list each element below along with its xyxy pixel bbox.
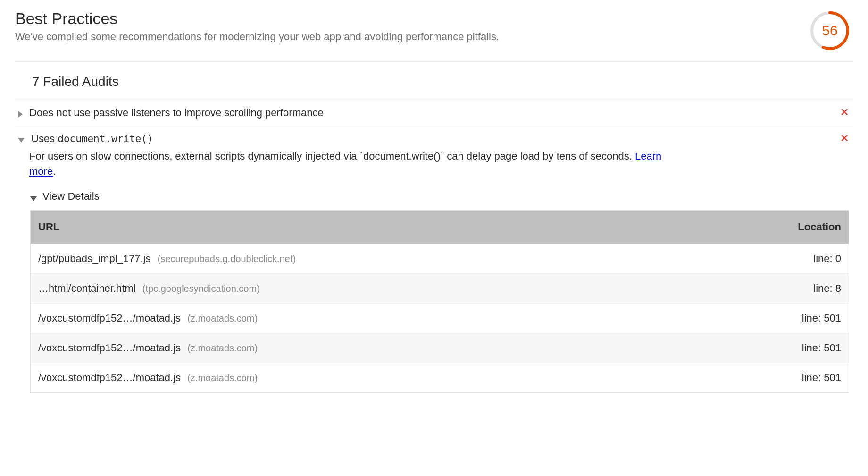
audit-description: For users on slow connections, external … [29, 149, 671, 179]
table-row: /voxcustomdfp152…/moatad.js (z.moatads.c… [31, 333, 849, 363]
cell-location: line: 8 [756, 282, 841, 295]
panel-header: Best Practices We've compiled some recom… [15, 9, 853, 62]
url-path: /voxcustomdfp152…/moatad.js [38, 342, 181, 354]
audit-title-text: Uses [31, 133, 58, 144]
audit-desc-text: For users on slow connections, external … [29, 150, 635, 162]
audit-status-fail: ✕ [835, 133, 849, 144]
cell-url: /voxcustomdfp152…/moatad.js (z.moatads.c… [38, 312, 756, 324]
table-row: …html/container.html (tpc.googlesyndicat… [31, 273, 849, 303]
cell-location: line: 501 [756, 372, 841, 384]
close-icon: ✕ [840, 106, 849, 119]
table-header-row: URL Location [31, 211, 849, 244]
url-path: /gpt/pubads_impl_177.js [38, 253, 151, 264]
score-value: 56 [810, 10, 850, 51]
url-domain: (tpc.googlesyndication.com) [142, 283, 260, 294]
audit-toggle[interactable]: Uses document.write() ✕ [15, 133, 849, 145]
url-domain: (z.moatads.com) [187, 373, 258, 383]
audit-item: Does not use passive listeners to improv… [15, 100, 853, 126]
cell-url: /voxcustomdfp152…/moatad.js (z.moatads.c… [38, 372, 756, 384]
cell-url: …html/container.html (tpc.googlesyndicat… [38, 282, 756, 295]
audit-item: Uses document.write() ✕ For users on slo… [15, 126, 853, 400]
cell-url: /gpt/pubads_impl_177.js (securepubads.g.… [38, 253, 756, 265]
col-header-url: URL [38, 221, 756, 233]
url-domain: (z.moatads.com) [187, 313, 258, 323]
col-header-location: Location [756, 221, 841, 233]
url-path: …html/container.html [38, 282, 136, 294]
score-gauge: 56 [810, 10, 850, 51]
audit-title-code: document.write() [58, 133, 153, 144]
audit-toggle[interactable]: Does not use passive listeners to improv… [15, 107, 849, 119]
audit-title: Uses document.write() [31, 133, 835, 145]
audit-title: Does not use passive listeners to improv… [29, 107, 835, 119]
panel-subtitle: We've compiled some recommendations for … [15, 31, 810, 43]
url-domain: (securepubads.g.doubleclick.net) [158, 254, 296, 264]
chevron-right-icon [18, 111, 23, 118]
audit-status-fail: ✕ [835, 107, 849, 119]
details-table: URL Location /gpt/pubads_impl_177.js (se… [30, 210, 849, 393]
cell-url: /voxcustomdfp152…/moatad.js (z.moatads.c… [38, 342, 756, 354]
url-domain: (z.moatads.com) [187, 343, 258, 353]
audit-panel: Best Practices We've compiled some recom… [0, 0, 868, 400]
table-row: /voxcustomdfp152…/moatad.js (z.moatads.c… [31, 363, 849, 392]
close-icon: ✕ [840, 132, 849, 144]
table-row: /gpt/pubads_impl_177.js (securepubads.g.… [31, 244, 849, 273]
failed-audits-heading: 7 Failed Audits [15, 62, 853, 100]
url-path: /voxcustomdfp152…/moatad.js [38, 372, 181, 383]
panel-title: Best Practices [15, 9, 810, 28]
table-row: /voxcustomdfp152…/moatad.js (z.moatads.c… [31, 303, 849, 333]
cell-location: line: 501 [756, 342, 841, 354]
url-path: /voxcustomdfp152…/moatad.js [38, 312, 181, 324]
cell-location: line: 501 [756, 312, 841, 324]
chevron-down-icon [30, 196, 37, 201]
view-details-label: View Details [42, 190, 100, 203]
header-text: Best Practices We've compiled some recom… [15, 9, 810, 43]
cell-location: line: 0 [756, 253, 841, 265]
chevron-down-icon [18, 138, 25, 143]
view-details-toggle[interactable]: View Details [30, 190, 849, 203]
